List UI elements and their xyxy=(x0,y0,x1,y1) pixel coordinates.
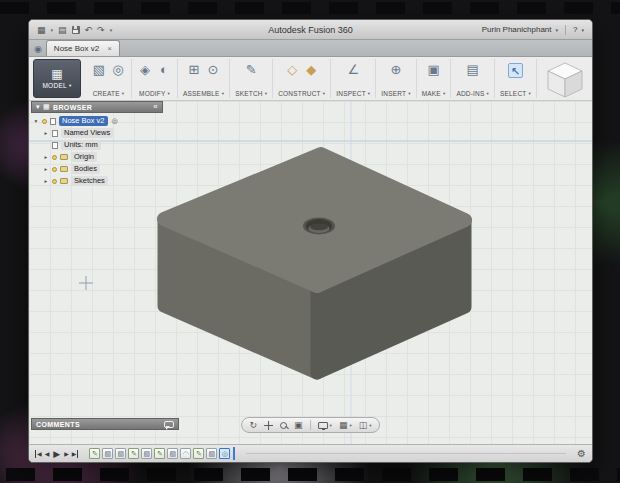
insert-icon[interactable]: ⊕ xyxy=(388,62,404,78)
modify-dropdown[interactable]: MODIFY▾ xyxy=(139,90,170,97)
box-icon[interactable]: ▧ xyxy=(91,62,107,78)
workspace-switcher-button[interactable]: ▦ MODEL▾ xyxy=(33,59,81,98)
tab-nose-box-v2[interactable]: Nose Box v2 × xyxy=(46,40,120,56)
tree-item-units[interactable]: Units: mm xyxy=(33,139,163,151)
display-settings-dropdown[interactable]: ▾ xyxy=(318,422,332,429)
viewports-dropdown[interactable]: ◫▾ xyxy=(359,421,372,430)
make-label: MAKE xyxy=(422,90,441,97)
step-forward-button[interactable]: ▶ xyxy=(64,450,69,458)
orbit-icon[interactable]: ↻ xyxy=(250,421,258,430)
zoom-icon[interactable] xyxy=(280,422,287,429)
timeline-feature-sketch[interactable]: ✎ xyxy=(154,448,165,459)
redo-icon[interactable]: ↷ xyxy=(97,25,105,35)
chevron-down-icon[interactable]: ▾ xyxy=(556,27,559,33)
step-back-button[interactable]: ◀ xyxy=(45,450,50,458)
timeline-feature-extrude[interactable]: ▧ xyxy=(167,448,178,459)
play-button[interactable]: ▶ xyxy=(53,450,60,458)
tree-item-named-views[interactable]: ▸ Named Views xyxy=(33,127,163,139)
chevron-down-icon[interactable]: ▾ xyxy=(110,27,113,33)
chevron-right-icon[interactable]: ▸ xyxy=(43,178,49,184)
addins-icon[interactable]: ▤ xyxy=(465,62,481,78)
chevron-down-icon: ▾ xyxy=(69,83,72,88)
chevron-down-icon[interactable]: ▾ xyxy=(581,27,584,33)
collapse-panel-icon[interactable]: « xyxy=(153,103,158,111)
visibility-bulb-icon[interactable] xyxy=(52,167,57,172)
chevron-down-icon: ▾ xyxy=(408,91,410,96)
tree-label-units[interactable]: Units: mm xyxy=(61,140,101,150)
construct-dropdown[interactable]: CONSTRUCT▾ xyxy=(278,90,325,97)
tree-item-bodies[interactable]: ▸ Bodies xyxy=(33,163,163,175)
select-cursor-icon[interactable]: ↖ xyxy=(508,63,523,78)
timeline-feature-extrude[interactable]: ▧ xyxy=(141,448,152,459)
tree-label-root[interactable]: Nose Box v2 xyxy=(59,116,108,126)
skip-to-start-button[interactable]: ◀ xyxy=(35,450,42,458)
comments-bar[interactable]: COMMENTS xyxy=(31,418,179,430)
timeline-feature-extrude[interactable]: ▧ xyxy=(115,448,126,459)
ribbon-group-assemble: ⊞⊙ ASSEMBLE▾ xyxy=(178,59,230,98)
timeline-feature-sketch[interactable]: ✎ xyxy=(89,448,100,459)
timeline-feature-fillet[interactable]: ◠ xyxy=(180,448,191,459)
tree-label-origin[interactable]: Origin xyxy=(71,152,97,162)
help-button[interactable]: ? xyxy=(573,25,577,34)
data-panel-icon[interactable]: ▦ xyxy=(37,25,46,35)
timeline-feature-hole[interactable]: ◎ xyxy=(219,448,230,459)
pan-icon[interactable] xyxy=(264,421,273,430)
timeline-position-marker[interactable] xyxy=(233,447,235,460)
visibility-bulb-icon[interactable] xyxy=(42,119,47,124)
tree-item-sketches[interactable]: ▸ Sketches xyxy=(33,175,163,187)
tree-label-sketches[interactable]: Sketches xyxy=(71,176,108,186)
new-component-icon[interactable]: ⊞ xyxy=(186,62,202,78)
timeline-track[interactable] xyxy=(246,453,566,454)
close-icon[interactable]: × xyxy=(107,44,112,53)
undo-icon[interactable]: ↶ xyxy=(85,25,93,35)
sketch-icon[interactable]: ✎ xyxy=(243,62,259,78)
make-dropdown[interactable]: MAKE▾ xyxy=(422,90,446,97)
plane-icon[interactable]: ◇ xyxy=(284,62,300,78)
inspect-dropdown[interactable]: INSPECT▾ xyxy=(336,90,370,97)
fillet-icon[interactable]: ◐ xyxy=(156,62,172,78)
model-viewport[interactable]: ▾ ▦ BROWSER « ▾ Nose Box v2 ◎ ▸ Named Vi… xyxy=(29,101,592,444)
model-body[interactable] xyxy=(164,154,465,373)
chevron-right-icon[interactable]: ▸ xyxy=(43,154,49,160)
tree-item-origin[interactable]: ▸ Origin xyxy=(33,151,163,163)
make-icon[interactable]: ▣ xyxy=(426,62,442,78)
select-dropdown[interactable]: SELECT▾ xyxy=(500,90,531,97)
origin-marker[interactable] xyxy=(79,276,93,290)
grid-settings-dropdown[interactable]: ▦▾ xyxy=(339,421,352,430)
chevron-down-icon: ▾ xyxy=(349,423,351,428)
activate-radio-icon[interactable]: ◎ xyxy=(112,117,118,125)
timeline-feature-extrude[interactable]: ▧ xyxy=(206,448,217,459)
press-pull-icon[interactable]: ◈ xyxy=(137,62,153,78)
tree-item-root[interactable]: ▾ Nose Box v2 ◎ xyxy=(33,115,163,127)
visibility-bulb-icon[interactable] xyxy=(52,155,57,160)
tree-label-named-views[interactable]: Named Views xyxy=(61,128,113,138)
chevron-right-icon[interactable]: ▸ xyxy=(43,130,49,136)
timeline-feature-sketch[interactable]: ✎ xyxy=(128,448,139,459)
browser-header[interactable]: ▾ ▦ BROWSER « xyxy=(31,101,163,113)
fit-view-icon[interactable]: ▣ xyxy=(294,421,303,430)
sketch-dropdown[interactable]: SKETCH▾ xyxy=(235,90,267,97)
chevron-down-icon[interactable]: ▾ xyxy=(33,118,39,124)
timeline-feature-extrude[interactable]: ▧ xyxy=(102,448,113,459)
axis-icon[interactable]: ◆ xyxy=(303,62,319,78)
addins-dropdown[interactable]: ADD-INS▾ xyxy=(456,90,489,97)
insert-dropdown[interactable]: INSERT▾ xyxy=(381,90,410,97)
gear-icon[interactable]: ⚙ xyxy=(577,449,586,459)
skip-to-end-button[interactable]: ▶ xyxy=(72,450,79,458)
tree-label-bodies[interactable]: Bodies xyxy=(71,164,100,174)
create-dropdown[interactable]: CREATE▾ xyxy=(93,90,125,97)
cylinder-icon[interactable]: ◎ xyxy=(110,62,126,78)
assemble-dropdown[interactable]: ASSEMBLE▾ xyxy=(183,90,224,97)
timeline-feature-sketch[interactable]: ✎ xyxy=(193,448,204,459)
user-name[interactable]: Purin Phanichphant xyxy=(482,25,552,34)
file-menu-icon[interactable]: ▤ xyxy=(58,25,67,35)
visibility-bulb-icon[interactable] xyxy=(52,179,57,184)
view-cube[interactable] xyxy=(544,59,586,101)
chevron-down-icon[interactable]: ▾ xyxy=(51,27,54,33)
measure-icon[interactable]: ∠ xyxy=(345,62,361,78)
joint-icon[interactable]: ⊙ xyxy=(205,62,221,78)
view-cube-graphic xyxy=(544,59,586,101)
save-icon[interactable] xyxy=(72,26,80,34)
chevron-right-icon[interactable]: ▸ xyxy=(43,166,49,172)
comment-bubble-icon xyxy=(164,421,174,428)
